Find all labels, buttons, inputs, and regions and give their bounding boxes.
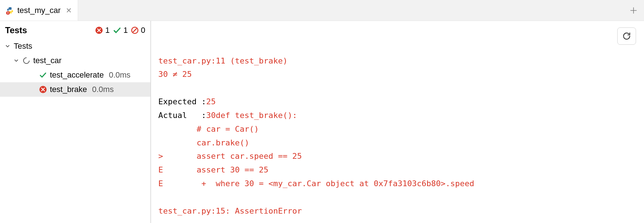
svg-point-6 bbox=[23, 58, 29, 64]
fail-icon bbox=[95, 26, 103, 34]
add-tab-button[interactable] bbox=[623, 0, 644, 21]
tree-test-accelerate[interactable]: test_accelerate 0.0ms bbox=[0, 68, 150, 82]
tree-module[interactable]: test_car bbox=[0, 53, 150, 68]
test-output-panel[interactable]: test_car.py:11 (test_brake) 30 ≠ 25 Expe… bbox=[151, 21, 644, 223]
tree-root-label: Tests bbox=[14, 41, 32, 51]
not-equal-icon: ≠ bbox=[173, 70, 177, 79]
out-code-line: car.brake() bbox=[158, 138, 249, 147]
stat-ignored[interactable]: 0 bbox=[131, 26, 145, 35]
out-loc: :11 (test_brake) bbox=[211, 56, 288, 65]
out-code-line: > assert car.speed == 25 bbox=[158, 152, 302, 161]
tree-module-label: test_car bbox=[33, 56, 61, 65]
out-file: test_car.py bbox=[158, 56, 211, 65]
tab-test-my-car[interactable]: test_my_car ✕ bbox=[0, 0, 78, 21]
main-area: Tests 1 1 0 bbox=[0, 21, 644, 223]
pass-icon bbox=[113, 26, 121, 35]
out-code-line: # car = Car() bbox=[158, 124, 259, 134]
python-file-error-icon bbox=[6, 6, 14, 15]
chevron-down-icon bbox=[5, 44, 11, 49]
out-actual-value: 30 bbox=[206, 111, 216, 120]
tests-tree: Tests test_car test_accelerate 0.0ms bbox=[0, 38, 150, 97]
out-expected-value: 25 bbox=[206, 97, 216, 106]
tests-panel-header: Tests 1 1 0 bbox=[0, 21, 150, 38]
stat-failed-count: 1 bbox=[105, 26, 110, 35]
tab-bar-spacer bbox=[78, 0, 623, 21]
svg-rect-1 bbox=[8, 12, 8, 13]
tree-test-duration: 0.0ms bbox=[92, 85, 114, 94]
out-code-line: E assert 30 == 25 bbox=[158, 165, 269, 174]
tab-bar: test_my_car ✕ bbox=[0, 0, 644, 21]
out-cmp-left: 30 bbox=[158, 70, 173, 79]
stat-passed[interactable]: 1 bbox=[113, 26, 128, 35]
stat-ignored-count: 0 bbox=[141, 26, 145, 35]
svg-rect-2 bbox=[8, 13, 8, 14]
fail-icon bbox=[39, 86, 47, 93]
out-footer: test_car.py:15: AssertionError bbox=[158, 206, 302, 215]
rerun-button[interactable] bbox=[617, 27, 636, 45]
stat-passed-count: 1 bbox=[124, 26, 128, 35]
tests-panel-title: Tests bbox=[5, 25, 92, 35]
pass-icon bbox=[39, 71, 47, 79]
tree-root[interactable]: Tests bbox=[0, 39, 150, 53]
close-icon[interactable]: ✕ bbox=[66, 6, 72, 15]
out-code-line: E + where 30 = <my_car.Car object at 0x7… bbox=[158, 179, 474, 188]
out-cmp-right: 25 bbox=[177, 70, 192, 79]
tree-test-brake[interactable]: test_brake 0.0ms bbox=[0, 82, 150, 97]
tree-test-name: test_brake bbox=[50, 85, 87, 94]
chevron-down-icon bbox=[14, 58, 20, 63]
tree-test-duration: 0.0ms bbox=[109, 70, 130, 80]
tab-label: test_my_car bbox=[17, 6, 61, 15]
ignored-icon bbox=[131, 26, 139, 34]
out-code-def: def test_brake(): bbox=[216, 111, 297, 120]
loading-icon bbox=[22, 57, 30, 65]
out-expected-label: Expected : bbox=[158, 97, 206, 106]
out-actual-label: Actual : bbox=[158, 111, 206, 120]
tree-test-name: test_accelerate bbox=[50, 70, 104, 80]
tests-panel: Tests 1 1 0 bbox=[0, 21, 151, 223]
stat-failed[interactable]: 1 bbox=[95, 26, 110, 35]
